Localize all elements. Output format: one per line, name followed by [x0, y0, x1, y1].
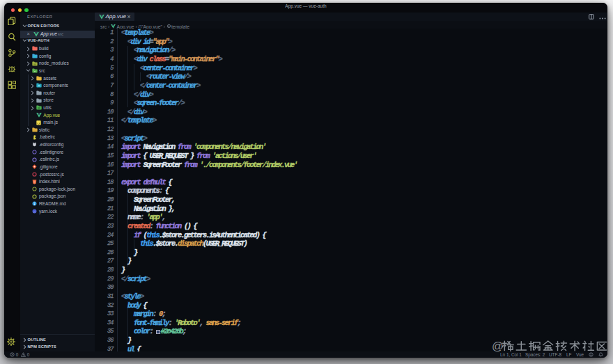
svg-text:@: @ — [492, 340, 504, 352]
